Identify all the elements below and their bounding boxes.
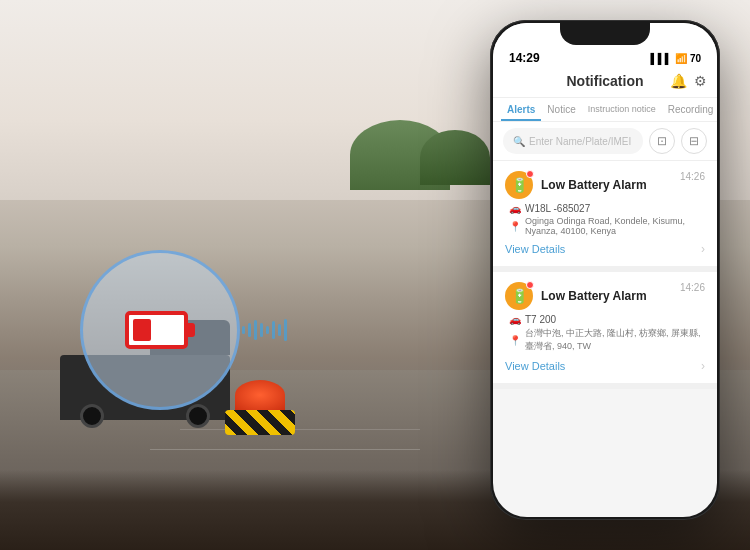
header-title: Notification (567, 73, 644, 89)
location-icon-2: 📍 (509, 335, 521, 346)
alert-unread-dot-2 (526, 281, 534, 289)
battery-body (125, 311, 188, 349)
wave-7 (278, 324, 281, 336)
alert-top-1: 🔋 Low Battery Alarm 14:26 (505, 171, 705, 199)
road-line-2 (180, 429, 420, 430)
wave-1 (242, 326, 245, 334)
filter-icon[interactable]: ⊟ (681, 128, 707, 154)
status-icons: ▌▌▌ 📶 70 (651, 53, 701, 64)
alert-time-2: 14:26 (680, 282, 705, 293)
app-header: Notification 🔔 ⚙ (493, 69, 717, 98)
battery-tip (188, 323, 195, 337)
phone-screen: 14:29 ▌▌▌ 📶 70 Notification 🔔 ⚙ Alerts (493, 23, 717, 517)
phone-notch (560, 23, 650, 45)
alert-circle (80, 250, 240, 410)
alert-icon-wrap-1: 🔋 (505, 171, 533, 199)
settings-gear-icon[interactable]: ⚙ (694, 73, 707, 89)
alert-left-1: 🔋 Low Battery Alarm (505, 171, 647, 199)
wifi-icon: 📶 (675, 53, 687, 64)
alert-plate-2: 🚗 T7 200 (505, 314, 705, 325)
car-icon-2: 🚗 (509, 314, 521, 325)
search-icon: 🔍 (513, 136, 525, 147)
chevron-right-2: › (701, 359, 705, 373)
sound-waves (242, 319, 287, 341)
tabs-bar: Alerts Notice Instruction notice Recordi… (493, 98, 717, 122)
alarm-base (225, 410, 295, 435)
tab-alerts[interactable]: Alerts (501, 98, 541, 121)
alert-location-1: 📍 Oginga Odinga Road, Kondele, Kisumu, N… (505, 216, 705, 236)
alarm-light (220, 380, 300, 440)
trees-2 (420, 130, 490, 185)
truck-wheel-left (80, 404, 104, 428)
alert-title-1: Low Battery Alarm (541, 178, 647, 192)
search-placeholder: Enter Name/Plate/IMEI (529, 136, 631, 147)
alert-left-2: 🔋 Low Battery Alarm (505, 282, 647, 310)
tab-recording[interactable]: Recording (662, 98, 717, 121)
view-details-1[interactable]: View Details (505, 243, 565, 255)
car-icon-1: 🚗 (509, 203, 521, 214)
alert-location-2: 📍 台灣中泡, 中正大路, 隆山村, 枋寮鄉, 屏東縣, 臺灣省, 940, T… (505, 327, 705, 353)
road-line (150, 449, 420, 450)
alert-footer-2: View Details › (505, 359, 705, 373)
status-time: 14:29 (509, 51, 540, 65)
alert-time-1: 14:26 (680, 171, 705, 182)
alert-item-1: 🔋 Low Battery Alarm 14:26 🚗 W18L -685027… (493, 161, 717, 272)
search-input-field[interactable]: 🔍 Enter Name/Plate/IMEI (503, 128, 643, 154)
battery-fill (133, 319, 151, 341)
truck-wheel-right (186, 404, 210, 428)
wave-6 (272, 321, 275, 339)
battery-icon (125, 311, 195, 349)
battery-status: 70 (690, 53, 701, 64)
wave-4 (260, 323, 263, 337)
alarm-dome (235, 380, 285, 410)
alert-unread-dot-1 (526, 170, 534, 178)
alert-item-2: 🔋 Low Battery Alarm 14:26 🚗 T7 200 📍 台灣中… (493, 272, 717, 389)
wave-5 (266, 326, 269, 334)
scan-icon[interactable]: ⊡ (649, 128, 675, 154)
alert-plate-1: 🚗 W18L -685027 (505, 203, 705, 214)
phone-outer: 14:29 ▌▌▌ 📶 70 Notification 🔔 ⚙ Alerts (490, 20, 720, 520)
wave-2 (248, 323, 251, 337)
alert-icon-wrap-2: 🔋 (505, 282, 533, 310)
alert-top-2: 🔋 Low Battery Alarm 14:26 (505, 282, 705, 310)
wave-3 (254, 320, 257, 340)
alert-title-2: Low Battery Alarm (541, 289, 647, 303)
phone-wrapper: 14:29 ▌▌▌ 📶 70 Notification 🔔 ⚙ Alerts (490, 20, 720, 530)
tab-instruction[interactable]: Instruction notice (582, 98, 662, 121)
tab-notice[interactable]: Notice (541, 98, 581, 121)
wave-8 (284, 319, 287, 341)
alert-footer-1: View Details › (505, 242, 705, 256)
chevron-right-1: › (701, 242, 705, 256)
location-icon-1: 📍 (509, 221, 521, 232)
signal-icon: ▌▌▌ (651, 53, 672, 64)
search-bar: 🔍 Enter Name/Plate/IMEI ⊡ ⊟ (493, 122, 717, 161)
notification-bell-icon[interactable]: 🔔 (670, 73, 687, 89)
view-details-2[interactable]: View Details (505, 360, 565, 372)
